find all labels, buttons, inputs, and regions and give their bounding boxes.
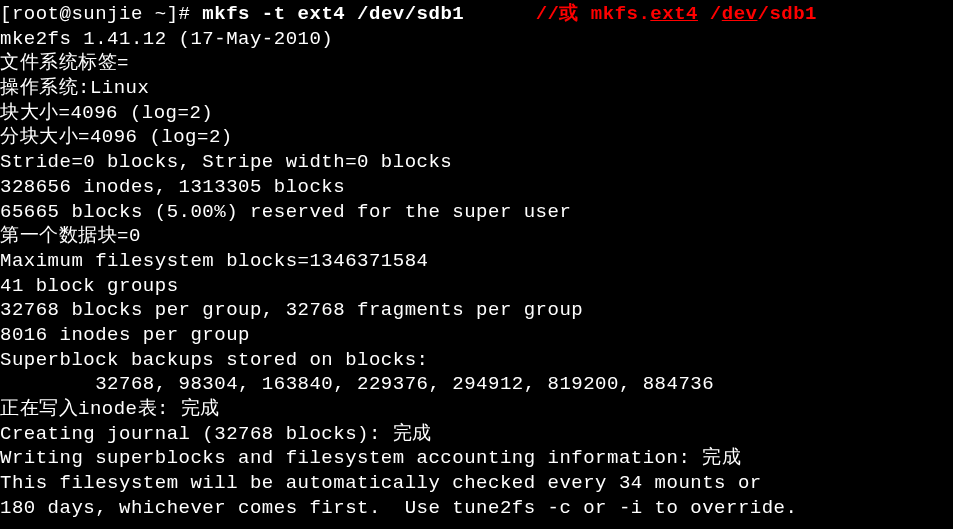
prompt-line: [root@sunjie ~]# mkfs -t ext4 /dev/sdb1 … <box>0 2 953 27</box>
output-line: 文件系统标签= <box>0 51 953 76</box>
output-line: Writing superblocks and filesystem accou… <box>0 446 953 471</box>
comment-dev: dev <box>722 3 758 25</box>
prompt-close: ]# <box>167 3 203 25</box>
output-line: 分块大小=4096 (log=2) <box>0 125 953 150</box>
comment-prefix: //或 mkfs. <box>536 3 651 25</box>
output-line: 块大小=4096 (log=2) <box>0 101 953 126</box>
output-line: Maximum filesystem blocks=1346371584 <box>0 249 953 274</box>
output-line: 操作系统:Linux <box>0 76 953 101</box>
terminal-window[interactable]: [root@sunjie ~]# mkfs -t ext4 /dev/sdb1 … <box>0 2 953 520</box>
output-line: 41 block groups <box>0 274 953 299</box>
output-line: 180 days, whichever comes first. Use tun… <box>0 496 953 521</box>
output-line: 8016 inodes per group <box>0 323 953 348</box>
output-line: 32768, 98304, 163840, 229376, 294912, 81… <box>0 372 953 397</box>
output-line: 328656 inodes, 1313305 blocks <box>0 175 953 200</box>
output-line: Stride=0 blocks, Stripe width=0 blocks <box>0 150 953 175</box>
output-line: This filesystem will be automatically ch… <box>0 471 953 496</box>
prompt-userhost: root@sunjie ~ <box>12 3 167 25</box>
output-line: 第一个数据块=0 <box>0 224 953 249</box>
comment-mid: / <box>698 3 722 25</box>
prompt-open: [ <box>0 3 12 25</box>
output-line: Creating journal (32768 blocks): 完成 <box>0 422 953 447</box>
output-line: 32768 blocks per group, 32768 fragments … <box>0 298 953 323</box>
output-line: 正在写入inode表: 完成 <box>0 397 953 422</box>
comment-suffix: /sdb1 <box>757 3 817 25</box>
output-line: mke2fs 1.41.12 (17-May-2010) <box>0 27 953 52</box>
output-line: Superblock backups stored on blocks: <box>0 348 953 373</box>
command: mkfs -t ext4 /dev/sdb1 <box>202 3 464 25</box>
output-line: 65665 blocks (5.00%) reserved for the su… <box>0 200 953 225</box>
spacer <box>464 3 535 25</box>
comment-ext: ext4 <box>650 3 698 25</box>
